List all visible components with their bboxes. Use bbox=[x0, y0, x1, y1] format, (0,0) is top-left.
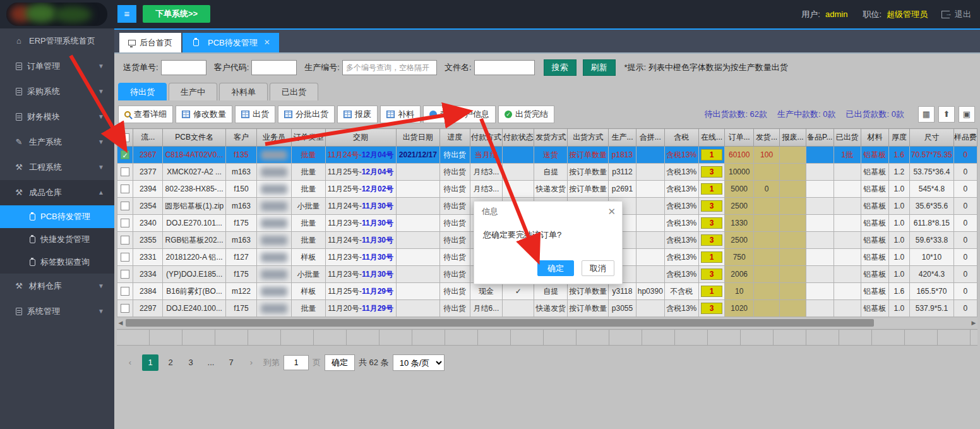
cell-otype: 批量 bbox=[292, 164, 326, 181]
print-icon[interactable]: ▣ bbox=[959, 106, 975, 123]
filter-label: 送货单号: bbox=[123, 62, 158, 73]
scrollbar-thumb[interactable] bbox=[126, 319, 874, 327]
filter-input-送货单号[interactable] bbox=[161, 60, 206, 75]
table-row[interactable]: 2377XMCK027-A2 ...m163批量11月25号-12月04号待出货… bbox=[117, 164, 977, 181]
export-icon[interactable]: ⬆ bbox=[938, 106, 955, 123]
confirm-button[interactable]: 确定 bbox=[537, 260, 574, 276]
columns-icon[interactable]: ▦ bbox=[918, 106, 935, 123]
page-button-1[interactable]: 1 bbox=[142, 354, 158, 371]
sidebar-item-ERP管理系统首页[interactable]: ⌂ERP管理系统首页 bbox=[0, 28, 114, 54]
refresh-button[interactable]: 刷新 bbox=[583, 59, 616, 76]
due-date-end: 11月29号 bbox=[362, 304, 393, 313]
sidebar-subitem-快捷发货管理[interactable]: 快捷发货管理 bbox=[0, 228, 114, 251]
row-checkbox[interactable] bbox=[121, 219, 129, 227]
redacted-salesperson bbox=[261, 184, 287, 194]
sidebar-item-生产系统[interactable]: ✎生产系统▼ bbox=[0, 130, 114, 155]
topbar: ≡ 下单系统>> 用户: admin 职位: 超级管理员 退出 bbox=[0, 0, 980, 28]
toolbar-button-修改数量[interactable]: 修改数量 bbox=[176, 106, 232, 123]
sidebar-subitem-label: PCB待发管理 bbox=[40, 212, 90, 221]
sidebar-item-订单管理[interactable]: 订单管理▼ bbox=[0, 54, 114, 79]
sidebar-item-财务模块[interactable]: 财务模块▼ bbox=[0, 104, 114, 130]
sidebar-item-采购系统[interactable]: 采购系统▼ bbox=[0, 79, 114, 104]
subtab-补料单[interactable]: 补料单 bbox=[219, 83, 268, 100]
sidebar-item-成品仓库[interactable]: ⚒成品仓库▲ bbox=[0, 180, 114, 205]
row-checkbox[interactable] bbox=[121, 184, 129, 193]
dialog-title: 信息 bbox=[482, 207, 498, 216]
cell-shipped bbox=[834, 249, 861, 266]
subtab-已出货[interactable]: 已出货 bbox=[270, 83, 318, 100]
sidebar-item-系统管理[interactable]: 系统管理▼ bbox=[0, 299, 114, 324]
cell-file: (YP)DOJ.E185... bbox=[163, 266, 226, 283]
table-row[interactable]: 2384B16前雾灯(BO...m122样板11月25号-11月29号待出货现金… bbox=[117, 283, 977, 300]
table-row[interactable]: ✓2367C818-4AT02V0...f135批量11月24号-12月04号2… bbox=[117, 147, 977, 164]
subtab-待出货[interactable]: 待出货 bbox=[118, 83, 167, 100]
row-checkbox[interactable] bbox=[121, 202, 129, 210]
row-checkbox[interactable] bbox=[121, 287, 129, 296]
logout-button[interactable]: 退出 bbox=[955, 9, 971, 20]
subtab-生产中[interactable]: 生产中 bbox=[169, 83, 217, 100]
page-button-7[interactable]: 7 bbox=[223, 354, 239, 371]
row-checkbox[interactable] bbox=[121, 236, 129, 245]
scroll-right-icon[interactable]: ▶ bbox=[970, 318, 977, 327]
col-header-付款方式: 付款方式 bbox=[470, 129, 503, 147]
order-system-button[interactable]: 下单系统>> bbox=[143, 5, 210, 23]
filter-input-文件名[interactable] bbox=[474, 60, 535, 75]
due-date-end: 12月04号 bbox=[362, 167, 394, 176]
goto-confirm-button[interactable]: 确定 bbox=[325, 354, 355, 371]
tab-后台首页[interactable]: 后台首页 bbox=[119, 33, 181, 52]
row-checkbox[interactable] bbox=[121, 253, 129, 262]
sidebar-item-工程系统[interactable]: ⚒工程系统▼ bbox=[0, 155, 114, 180]
col-header-尺寸: 尺寸 bbox=[910, 129, 954, 147]
table-row[interactable]: 2297DOJ.E240.100...f175批量11月20号-11月29号待出… bbox=[117, 300, 977, 317]
toolbar-button-出货[interactable]: 出货 bbox=[235, 106, 275, 123]
due-date-start: 11月25号- bbox=[328, 287, 362, 296]
row-checkbox[interactable] bbox=[121, 167, 129, 176]
online-qty-badge: 1 bbox=[701, 149, 722, 160]
cell-otype: 样板 bbox=[292, 283, 326, 300]
cell-spare bbox=[806, 283, 834, 300]
toolbar-button-出货完结[interactable]: 出货完结 bbox=[498, 106, 554, 123]
row-checkbox[interactable] bbox=[121, 270, 129, 279]
goto-page-input[interactable] bbox=[284, 355, 309, 370]
page-size-select[interactable]: 10 条/页 bbox=[393, 354, 445, 371]
logout-icon[interactable] bbox=[941, 11, 950, 18]
user-icon bbox=[429, 111, 437, 118]
next-page-button[interactable]: › bbox=[243, 354, 260, 371]
sidebar-item-材料仓库[interactable]: ⚒材料仓库▼ bbox=[0, 274, 114, 299]
cancel-button[interactable]: 取消 bbox=[582, 260, 614, 276]
magnifier-icon bbox=[124, 111, 131, 118]
row-checkbox[interactable]: ✓ bbox=[121, 150, 129, 159]
toolbar-button-报废[interactable]: 报废 bbox=[337, 106, 378, 123]
cell-fee: 0 bbox=[953, 181, 977, 198]
prev-page-button[interactable]: ‹ bbox=[122, 354, 138, 371]
menu-toggle-button[interactable]: ≡ bbox=[117, 5, 136, 23]
cell-tax: 含税13% bbox=[664, 215, 698, 232]
tab-close-icon[interactable]: ✕ bbox=[264, 33, 270, 52]
sidebar-subitem-PCB待发管理[interactable]: PCB待发管理 bbox=[0, 205, 114, 228]
search-button[interactable]: 搜索 bbox=[544, 59, 577, 76]
horizontal-scrollbar[interactable]: ◀ ▶ bbox=[117, 318, 977, 328]
cell-cust: m122 bbox=[226, 283, 257, 300]
scroll-left-icon[interactable]: ◀ bbox=[117, 318, 124, 327]
sidebar-subitem-标签数据查询[interactable]: 标签数据查询 bbox=[0, 251, 114, 274]
toolbar-button-分批出货[interactable]: 分批出货 bbox=[278, 106, 335, 123]
toolbar-button-补料[interactable]: 补料 bbox=[380, 106, 421, 123]
cell-sdate bbox=[396, 249, 440, 266]
close-icon[interactable]: ✕ bbox=[607, 202, 616, 222]
cell-flow: 2354 bbox=[133, 198, 163, 215]
select-all-checkbox[interactable] bbox=[121, 133, 129, 142]
tools-icon: ⚒ bbox=[14, 180, 24, 205]
tab-PCB待发管理[interactable]: PCB待发管理✕ bbox=[182, 33, 279, 52]
filter-input-客户代码[interactable] bbox=[251, 60, 297, 75]
filter-input-生产编号[interactable] bbox=[342, 60, 437, 75]
sidebar-item-label: 财务模块 bbox=[27, 112, 60, 121]
cell-sdate bbox=[396, 164, 440, 181]
row-checkbox[interactable] bbox=[121, 304, 129, 313]
page-button-2[interactable]: 2 bbox=[162, 354, 179, 371]
cell-thick: 1.0 bbox=[888, 198, 909, 215]
cell-sales bbox=[256, 181, 291, 198]
page-button-3[interactable]: 3 bbox=[182, 354, 199, 371]
toolbar-button-查看详细[interactable]: 查看详细 bbox=[118, 106, 173, 123]
toolbar-button-查看客户信息[interactable]: 查看客户信息 bbox=[423, 106, 496, 123]
table-row[interactable]: 2394802-238-HX85-...f150批量11月25号-12月02号待… bbox=[117, 181, 977, 198]
